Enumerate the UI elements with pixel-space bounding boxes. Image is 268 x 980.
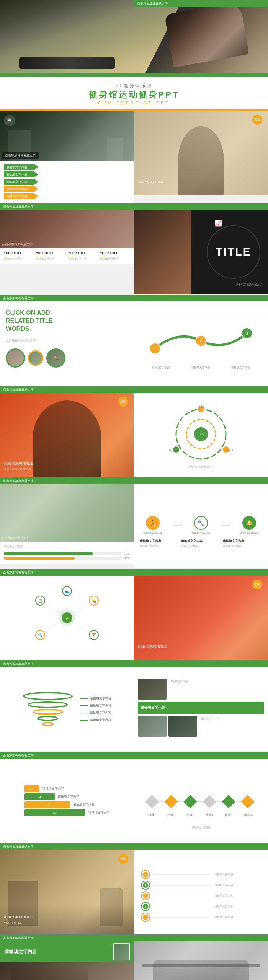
- title-desc-3: 请输填文字内容: [68, 257, 98, 261]
- your-titles-section: YOUR TITLE 请输填文字内容 YOUR TITLE 请输填文字内容 YO…: [0, 248, 134, 264]
- green-header-text: 请输填文字内容: [5, 949, 37, 955]
- pyramid-content: L4 请输填文字内容 L3 请输填文字内容 L2 请输填文字内容: [0, 759, 134, 843]
- curved-arrow-svg: 1 2 3: [147, 326, 255, 356]
- svg-text:项目2: 项目2: [226, 449, 233, 452]
- radial-content: ⚡ 👟 🏋 🔍 📋 💊: [0, 576, 134, 660]
- slide-pair-1: 白 点击添加标标标题文字 请输填文字内容 请输填文字内容 请输填文字内容 请输填…: [0, 111, 268, 203]
- your-title-label-2: YOUR TITLE: [36, 251, 66, 255]
- title-desc-4: 请输填文字内容: [100, 257, 130, 261]
- divider-label-7: 点击添加标标标题文字: [3, 753, 34, 757]
- your-title-label-1: YOUR TITLE: [4, 251, 34, 255]
- circle-images-row: 🏃: [6, 348, 128, 368]
- woman-orange-image: 03 ADD YOUR TITLE: [134, 576, 268, 660]
- timeline-text-2: 请输填文字内容: [214, 883, 260, 887]
- number-04: 04: [118, 854, 128, 864]
- shoe-sole: [19, 57, 115, 69]
- title-block-1: YOUR TITLE 请输填文字内容: [4, 251, 34, 261]
- number-01: 01: [252, 115, 262, 125]
- pyramid-label-1: 请输填文字内容: [42, 786, 64, 791]
- svg-text:👟: 👟: [65, 589, 70, 594]
- progress-1: 75%: [4, 552, 130, 555]
- girl-image: 点击添加相关标题文字: [0, 210, 134, 248]
- photo-2: [138, 716, 167, 737]
- number-03: 03: [252, 580, 262, 589]
- text-col-desc-1: 请输填文字内容: [140, 544, 179, 548]
- svg-text:📋: 📋: [38, 598, 43, 603]
- timeline-line-2: [153, 885, 211, 886]
- add-your-title-4: ADD YOUR TITLE: [4, 915, 33, 919]
- diamond-svg: 步骤1 步骤2 步骤3 步骤4 步骤5 步骤6: [144, 780, 258, 825]
- hero-slide: [0, 0, 268, 73]
- diamond-content: 点击添加标标标题文字: [134, 759, 268, 843]
- title-desc-2: 请输填文字内容: [36, 257, 66, 261]
- add-your-title-3: ADD YOUR TITLE: [138, 645, 167, 648]
- photos-row-1: 请输填文字内容: [138, 679, 264, 700]
- section-divider-1: 点击添加标标标题文字: [0, 203, 268, 210]
- timeline-dot-1: 1: [142, 871, 149, 878]
- icon-circle-3: 🔔: [242, 516, 256, 530]
- ring-2: [28, 701, 68, 708]
- ring-5: [42, 722, 54, 726]
- timeline-item-1: 1 请输填文字内容: [142, 871, 260, 878]
- progress-fill-2: [4, 557, 75, 560]
- machine-2: [100, 888, 123, 926]
- slide-pair-7: 请输填文字内容 请输填文字内容 请输填文字内容 请输填文字内容 点击添加标标标题…: [0, 667, 268, 752]
- step-label-1: 请输填文字内容: [147, 366, 175, 370]
- text-col-1: 请输填文字内容 请输填文字内容: [140, 539, 179, 548]
- pyramid-block-4: L1: [24, 809, 85, 816]
- click-add-desc: 点击添加相关标题文字: [6, 339, 128, 343]
- photo-desc-2: 请输填文字内容: [199, 716, 264, 737]
- pyramid-left: L4 请输填文字内容 L3 请输填文字内容 L2 请输填文字内容: [0, 759, 134, 843]
- svg-text:3: 3: [246, 331, 248, 335]
- gym-interior-image: 04 ADD YOUR TITLE YOUR TITLE: [0, 850, 134, 934]
- slide-pair-9: 04 ADD YOUR TITLE YOUR TITLE 点击添加标标标题文字 …: [0, 850, 268, 934]
- svg-rect-43: [222, 795, 235, 808]
- bullet-section: 请输填文字内容 请输填文字内容 请输填文字内容 请输填文字内容 请输填文字内容: [0, 161, 134, 203]
- svg-text:步骤1: 步骤1: [148, 813, 156, 817]
- svg-text:💊: 💊: [92, 598, 96, 603]
- divider-label-1: 点击添加标标标题文字: [3, 205, 34, 209]
- title-circle: TITLE: [207, 225, 260, 279]
- timeline-dot-4: 4: [142, 903, 149, 910]
- timeline-line-1: [153, 874, 211, 875]
- bullet-4: 请输填文字内容: [4, 186, 130, 192]
- timeline-line-4: [153, 907, 211, 907]
- circular-content: 点击添加标标标题文字 中心 项目1 项目2 项目3 点击添加相关标: [134, 393, 268, 477]
- equipment-2: [107, 138, 123, 161]
- timeline-text-4: 请输填文字内容: [214, 905, 260, 908]
- circle-img-2: [28, 350, 43, 366]
- photos-row-2: 请输填文字内容: [138, 716, 264, 737]
- photo-1: [138, 679, 167, 700]
- text-col-title-3: 请输填文字内容: [223, 539, 262, 543]
- arrow-diagram-right: 点击添加标标标题文字 1 2 3 请输填文字内容 请: [134, 301, 268, 386]
- diamond-desc: 请输填文字内容: [192, 825, 211, 829]
- rings-container: [23, 692, 73, 726]
- timeline-item-4: 4 请输填文字内容: [142, 903, 260, 910]
- pyramid-label-4: 请输填文字内容: [88, 811, 110, 815]
- icon-item-2: 🔧 请输填文字内容: [191, 516, 210, 535]
- svg-text:1: 1: [154, 347, 156, 351]
- title-divider-3: [68, 256, 76, 256]
- white-badge: 白: [4, 115, 15, 126]
- text-col-title-1: 请输填文字内容: [140, 539, 179, 543]
- timeline-text-1: 请输填文字内容: [214, 873, 260, 876]
- bullet-5: 请输填文字内容: [4, 193, 130, 199]
- green-content-left: 请输填文字内容 请输填文字内容: [0, 941, 134, 980]
- svg-rect-39: [183, 795, 197, 808]
- slide-pair-4: 02 ADD YOUR TITLE 点击添加相关标题文字 点击添加标标标题文字 …: [0, 393, 268, 477]
- your-title-label-4: YOUR TITLE: [100, 251, 130, 255]
- divider-label-3: 点击添加标标标题文字: [3, 387, 34, 392]
- progress-track-2: [4, 557, 122, 560]
- rings-left: 请输填文字内容 请输填文字内容 请输填文字内容 请输填文字内容: [0, 667, 134, 751]
- pyramid-row-1: L4 请输填文字内容: [24, 785, 64, 792]
- text-col-2: 请输填文字内容 请输填文字内容: [181, 539, 221, 548]
- svg-text:步骤5: 步骤5: [225, 813, 233, 817]
- timeline-item-3: 3 请输填文字内容: [142, 892, 260, 900]
- add-desc-2: 点击添加相关标题文字: [4, 467, 31, 471]
- trend-icon: 📈: [214, 220, 222, 227]
- add-your-title: ADD YOUR TITLE: [138, 180, 163, 184]
- timeline-line-5: [153, 917, 211, 918]
- ring-4: [37, 716, 58, 721]
- arrow-diagram: 1 2 3: [147, 326, 255, 364]
- progress-fill-1: [4, 552, 93, 555]
